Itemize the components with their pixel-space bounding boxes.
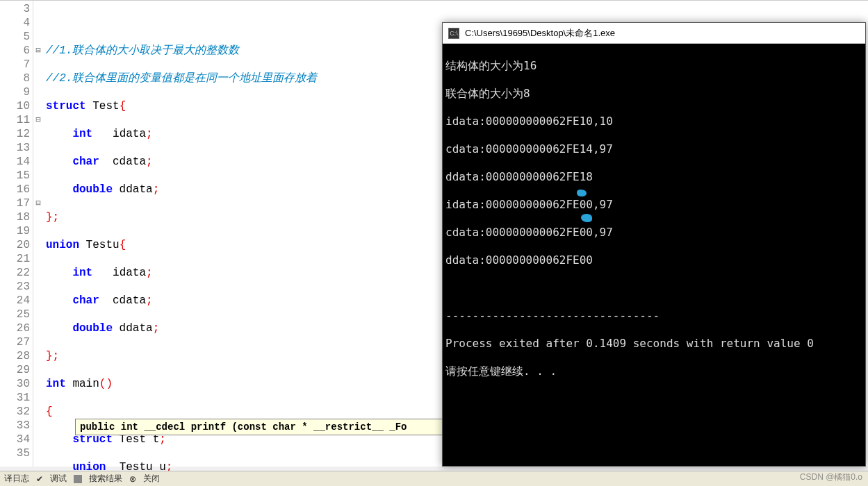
- code-ident: Test: [86, 100, 120, 112]
- console-window[interactable]: C:\ C:\Users\19695\Desktop\未命名1.exe 结构体的…: [442, 22, 866, 467]
- intellisense-tooltip: public int __cdecl printf (const char * …: [75, 419, 443, 435]
- line-number: 13: [0, 141, 30, 155]
- code-ident: main: [66, 378, 99, 390]
- console-line: idata:000000000062FE00,97: [445, 198, 862, 212]
- code-keyword: union: [46, 239, 79, 251]
- line-number: 33: [0, 419, 30, 433]
- code-ident: Testu: [79, 239, 120, 251]
- line-number: 9: [0, 85, 30, 99]
- line-number: 16: [0, 183, 30, 196]
- line-number: 34: [0, 433, 30, 446]
- line-number: 18: [0, 210, 30, 224]
- line-number: 24: [0, 294, 30, 308]
- fold-toggle-icon[interactable]: ⊟: [33, 113, 43, 127]
- code-keyword: double: [72, 183, 113, 196]
- console-line: cdata:000000000062FE14,97: [445, 142, 862, 156]
- line-number: 14: [0, 155, 30, 169]
- console-line: cdata:000000000062FE00,97: [445, 226, 862, 240]
- fold-toggle-icon[interactable]: ⊟: [33, 196, 43, 210]
- line-number: 3: [0, 2, 30, 16]
- line-number: 10: [0, 99, 30, 113]
- code-ident: idata: [92, 128, 146, 140]
- line-number: 6: [0, 44, 30, 58]
- line-number: 20: [0, 238, 30, 252]
- tab-close[interactable]: 关闭: [143, 473, 160, 485]
- line-number: 21: [0, 252, 30, 266]
- code-ident: cdata: [99, 156, 146, 168]
- code-keyword: char: [72, 156, 99, 168]
- line-number: 11: [0, 113, 30, 127]
- droplet-icon: [577, 190, 587, 196]
- code-ident: idata: [92, 267, 146, 279]
- line-number: 35: [0, 446, 30, 460]
- console-line: --------------------------------: [445, 309, 862, 323]
- line-number: 4: [0, 16, 30, 30]
- code-comment: //1.联合体的大小取决于最大的整数数: [46, 44, 239, 57]
- line-number: 23: [0, 280, 30, 294]
- code-ident: ddata: [113, 183, 153, 196]
- console-line: 请按任意键继续. . .: [445, 364, 862, 378]
- line-number: 28: [0, 349, 30, 363]
- code-comment: //2.联合体里面的变量值都是在同一个地址里面存放着: [46, 72, 317, 85]
- status-bar: 译日志 ✔ 调试 搜索结果 ⊗ 关闭: [0, 471, 868, 486]
- line-number: 12: [0, 127, 30, 141]
- code-ident: cdata: [99, 294, 146, 307]
- console-line: Process exited after 0.1409 seconds with…: [445, 337, 862, 351]
- line-number: 31: [0, 391, 30, 405]
- line-number: 5: [0, 30, 30, 44]
- line-number: 29: [0, 363, 30, 377]
- console-app-icon: C:\: [448, 28, 459, 39]
- console-output: 结构体的大小为16 联合体的大小为8 idata:000000000062FE1…: [443, 44, 865, 408]
- droplet-icon: [581, 214, 592, 222]
- search-icon: [74, 475, 82, 483]
- line-number: 30: [0, 377, 30, 391]
- line-number: 27: [0, 335, 30, 349]
- console-line: 联合体的大小为8: [445, 87, 862, 101]
- line-number: 17: [0, 196, 30, 210]
- console-line: ddata:000000000062FE00: [445, 253, 862, 267]
- fold-column: ⊟ ⊟ ⊟: [33, 1, 43, 467]
- line-number: 15: [0, 169, 30, 183]
- code-keyword: int: [46, 378, 66, 390]
- console-line: ddata:000000000062FE18: [445, 170, 862, 184]
- watermark-text: CSDN @橘猫0.o: [800, 471, 862, 483]
- close-icon[interactable]: ⊗: [129, 474, 136, 484]
- line-number: 7: [0, 58, 30, 72]
- line-number: 22: [0, 266, 30, 280]
- code-keyword: char: [72, 294, 99, 307]
- code-keyword: int: [72, 267, 92, 279]
- code-ident: ddata: [113, 322, 153, 335]
- line-number: 19: [0, 224, 30, 238]
- tab-compile-log[interactable]: 译日志: [4, 473, 29, 485]
- console-title: C:\Users\19695\Desktop\未命名1.exe: [465, 27, 615, 40]
- console-line: idata:000000000062FE10,10: [445, 115, 862, 128]
- line-number: 32: [0, 405, 30, 419]
- code-keyword: double: [72, 322, 113, 335]
- fold-toggle-icon[interactable]: ⊟: [33, 44, 43, 58]
- line-number: 26: [0, 321, 30, 335]
- line-number: 8: [0, 72, 30, 85]
- console-titlebar[interactable]: C:\ C:\Users\19695\Desktop\未命名1.exe: [443, 23, 865, 44]
- code-keyword: int: [72, 128, 92, 140]
- console-line: 结构体的大小为16: [445, 59, 862, 73]
- tab-debug[interactable]: 调试: [50, 473, 67, 485]
- line-number: 25: [0, 308, 30, 321]
- tab-search-results[interactable]: 搜索结果: [89, 473, 122, 485]
- line-number-gutter: 3 4 5 6 7 8 9 10 11 12 13 14 15 16 17 18…: [0, 1, 33, 467]
- code-keyword: struct: [46, 100, 86, 112]
